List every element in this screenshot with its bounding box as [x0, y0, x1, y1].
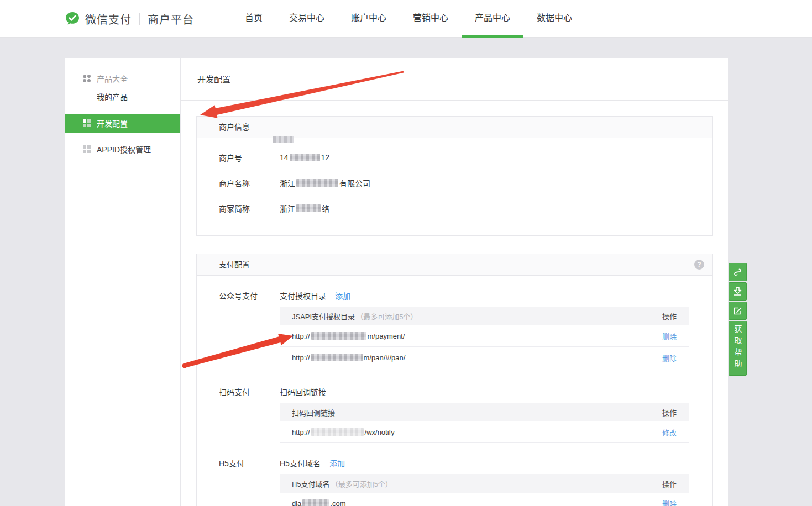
value-suffix: 络 — [322, 203, 329, 214]
nav-item-label: 账户中心 — [351, 13, 386, 23]
redacted-mosaic — [311, 428, 364, 436]
url-suffix: .com — [330, 499, 345, 506]
sidebar-item-appid-auth[interactable]: APPID授权管理 — [65, 142, 180, 156]
table-row: http:///wx/notify 修改 — [280, 421, 689, 443]
merchant-name-row: 商户名称 浙江 有限公司 — [197, 170, 712, 196]
redacted-mosaic — [302, 499, 329, 506]
feedback-button[interactable] — [729, 302, 747, 320]
value-prefix: 浙江 — [280, 177, 295, 188]
table-row: dia.com 删除 — [280, 493, 689, 506]
link-icon — [732, 267, 743, 277]
floating-toolbar: 获取帮助 — [729, 263, 747, 377]
nav-item-label: 交易中心 — [289, 13, 324, 23]
merchant-name-value: 浙江 有限公司 — [280, 177, 370, 188]
url-prefix: http:// — [292, 332, 310, 340]
merchant-shortname-row: 商家简称 浙江 络 — [197, 196, 712, 221]
nav-item-label: 首页 — [245, 13, 263, 23]
help-question-icon[interactable]: ? — [694, 260, 704, 270]
grid-squares-icon — [83, 119, 91, 127]
sidebar-item-label: APPID授权管理 — [97, 144, 151, 155]
redacted-mosaic — [296, 204, 321, 212]
sidebar-item-label: 开发配置 — [97, 118, 128, 129]
brand: 微信支付 商户平台 — [65, 0, 194, 38]
table-header-label: 扫码回调链接 — [292, 407, 335, 418]
action-column-header: 操作 — [662, 478, 677, 489]
brand-divider — [139, 13, 140, 25]
delete-link[interactable]: 删除 — [662, 498, 677, 506]
table-header-note: （最多可添加5个） — [356, 311, 417, 321]
url-suffix: /wx/notify — [365, 428, 395, 436]
merchant-shortname-value: 浙江 络 — [280, 203, 329, 214]
redacted-mosaic — [311, 354, 363, 361]
get-help-button[interactable]: 获取帮助 — [729, 321, 747, 376]
sidebar-item-label: 我的产品 — [97, 91, 128, 102]
url-value: http:///wx/notify — [292, 428, 395, 436]
url-value: http://m/pan/#/pan/ — [292, 354, 405, 362]
table-row: http://m/pan/#/pan/ 删除 — [280, 347, 689, 368]
jsapi-section-head: 公众号支付 支付授权目录 添加 — [219, 289, 690, 302]
table-header-note: （最多可添加5个） — [331, 478, 392, 489]
scan-callback-table: 扫码回调链接 操作 http:///wx/notify 修改 — [280, 403, 689, 443]
payment-config-card: 支付配置 ? 公众号支付 支付授权目录 添加 JSAPI支付授权目录 （最多可添… — [196, 254, 713, 506]
download-button[interactable] — [729, 282, 747, 301]
sidebar: 产品大全 我的产品 开发配置 APPID授权管理 — [65, 58, 180, 506]
wechat-pay-logo-icon — [65, 11, 80, 27]
scan-pay-section: 扫码支付 扫码回调链接 扫码回调链接 操作 http:///wx/notify … — [219, 385, 690, 443]
h5-section-head: H5支付 H5支付域名 添加 — [219, 456, 690, 470]
grid-dots-icon — [83, 75, 91, 82]
jsapi-pay-section: 公众号支付 支付授权目录 添加 JSAPI支付授权目录 （最多可添加5个） 操作… — [219, 289, 690, 368]
nav-item-products[interactable]: 产品中心 — [462, 0, 523, 38]
merchant-info-body: 商户号 14 12 商户名称 浙江 有限公司 商家简称 浙江 — [197, 138, 712, 235]
redacted-mosaic — [311, 332, 366, 340]
page-title: 开发配置 — [181, 58, 728, 101]
field-label: 商户号 — [219, 152, 280, 163]
url-suffix: m/payment/ — [368, 332, 405, 340]
redacted-mosaic — [290, 154, 320, 161]
nav-item-data[interactable]: 数据中心 — [523, 0, 585, 38]
section-label: 公众号支付 — [219, 290, 280, 301]
download-icon — [732, 286, 743, 297]
sidebar-item-my-products[interactable]: 我的产品 — [65, 89, 180, 104]
value-prefix: 14 — [280, 153, 289, 162]
url-value: dia.com — [292, 499, 346, 506]
table-header-row: JSAPI支付授权目录 （最多可添加5个） 操作 — [280, 307, 689, 325]
table-header-label: JSAPI支付授权目录 — [292, 311, 355, 321]
grid-squares-icon — [83, 145, 91, 153]
add-h5-domain-link[interactable]: 添加 — [329, 457, 345, 468]
main-content: 开发配置 商户信息 商户号 14 12 商户名称 浙江 有限公司 — [181, 58, 728, 506]
delete-link[interactable]: 删除 — [662, 331, 677, 341]
value-suffix: 有限公司 — [339, 177, 370, 188]
section-sublabel: H5支付域名 — [280, 457, 321, 468]
modify-link[interactable]: 修改 — [662, 427, 677, 438]
sidebar-item-product-catalog[interactable]: 产品大全 — [65, 71, 180, 86]
merchant-info-header: 商户信息 — [197, 117, 712, 138]
sidebar-item-dev-config[interactable]: 开发配置 — [65, 114, 180, 133]
link-button[interactable] — [729, 263, 747, 281]
value-suffix: 12 — [321, 153, 330, 162]
delete-link[interactable]: 删除 — [662, 352, 677, 363]
action-column-header: 操作 — [662, 407, 677, 418]
top-nav: 首页 交易中心 账户中心 营销中心 产品中心 数据中心 — [232, 0, 585, 38]
url-prefix: dia — [292, 499, 301, 506]
jsapi-auth-dir-table: JSAPI支付授权目录 （最多可添加5个） 操作 http://m/paymen… — [280, 307, 689, 368]
edit-icon — [732, 305, 743, 316]
payment-config-body: 公众号支付 支付授权目录 添加 JSAPI支付授权目录 （最多可添加5个） 操作… — [197, 276, 712, 506]
nav-item-home[interactable]: 首页 — [232, 0, 276, 38]
action-column-header: 操作 — [662, 311, 677, 321]
scan-section-head: 扫码支付 扫码回调链接 — [219, 385, 690, 398]
section-label: H5支付 — [219, 457, 280, 468]
brand-platform-name: 商户平台 — [148, 11, 194, 27]
sidebar-item-label: 产品大全 — [97, 73, 128, 84]
nav-item-label: 数据中心 — [537, 13, 572, 23]
h5-pay-section: H5支付 H5支付域名 添加 H5支付域名 （最多可添加5个） 操作 dia.c… — [219, 456, 690, 506]
brand-name: 微信支付 — [85, 11, 132, 27]
url-prefix: http:// — [292, 428, 310, 436]
url-prefix: http:// — [292, 354, 310, 362]
payment-config-title: 支付配置 — [219, 260, 250, 269]
nav-item-transactions[interactable]: 交易中心 — [276, 0, 338, 38]
add-auth-dir-link[interactable]: 添加 — [335, 290, 350, 301]
redacted-smudge — [273, 136, 294, 143]
nav-item-marketing[interactable]: 营销中心 — [400, 0, 462, 38]
top-bar: 微信支付 商户平台 首页 交易中心 账户中心 营销中心 产品中心 数据中心 — [0, 0, 812, 38]
nav-item-account[interactable]: 账户中心 — [338, 0, 400, 38]
